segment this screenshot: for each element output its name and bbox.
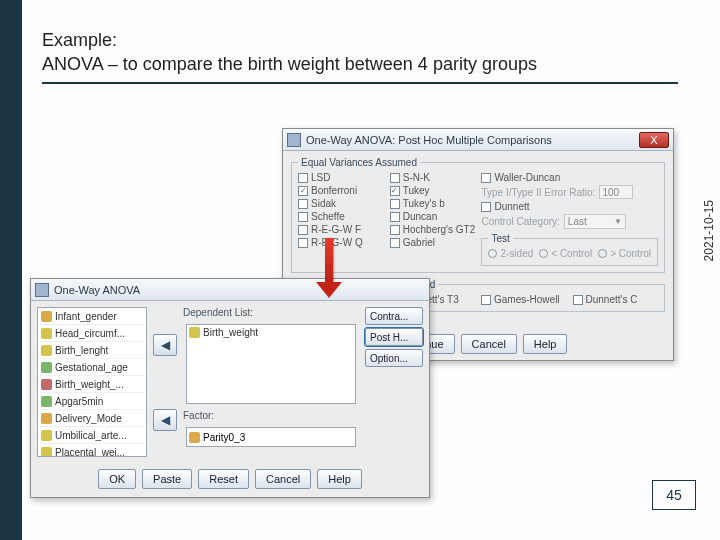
- checkbox-icon: [390, 173, 400, 183]
- cancel-button[interactable]: Cancel: [461, 334, 517, 354]
- radio-lt-control[interactable]: < Control: [539, 248, 592, 259]
- type-error-ratio: Type I/Type II Error Ratio:: [481, 185, 658, 199]
- nom-icon: [41, 413, 52, 424]
- dependent-label: Dependent List:: [183, 307, 253, 318]
- list-item[interactable]: Gestational_age: [38, 359, 146, 376]
- scale-icon: [41, 447, 52, 458]
- chk-dunnett[interactable]: Dunnett: [481, 201, 658, 212]
- chevron-down-icon: ▼: [614, 217, 622, 226]
- checkbox-icon: [298, 212, 308, 222]
- chk-bonferroni[interactable]: ✓Bonferroni: [298, 185, 384, 196]
- contrasts-button[interactable]: Contra...: [365, 307, 423, 325]
- scale-icon: [41, 430, 52, 441]
- list-item[interactable]: Birth_weight_...: [38, 376, 146, 393]
- chk-games-howell[interactable]: Games-Howell: [481, 294, 567, 305]
- anova-window-title: One-Way ANOVA: [54, 284, 140, 296]
- scale-icon: [41, 328, 52, 339]
- chk-scheffe[interactable]: Scheffe: [298, 211, 384, 222]
- title-underline: [42, 82, 678, 84]
- slide-date: 2021-10-15: [702, 200, 716, 261]
- checkbox-icon: ✓: [298, 186, 308, 196]
- list-item[interactable]: Birth_lenght: [38, 342, 146, 359]
- test-group: Test 2-sided < Control > Control: [481, 233, 658, 266]
- chk-tukey[interactable]: ✓Tukey: [390, 185, 476, 196]
- chk-duncan[interactable]: Duncan: [390, 211, 476, 222]
- title-line2: ANOVA – to compare the birth weight betw…: [42, 54, 537, 74]
- spss-icon: [287, 133, 301, 147]
- dependent-list[interactable]: Birth_weight: [186, 324, 356, 404]
- checkbox-icon: ✓: [390, 186, 400, 196]
- equal-variances-group: Equal Variances Assumed LSD✓BonferroniSi…: [291, 157, 665, 273]
- slide-number: 45: [652, 480, 696, 510]
- posthoc-titlebar[interactable]: One-Way ANOVA: Post Hoc Multiple Compari…: [283, 129, 673, 151]
- checkbox-icon: [298, 173, 308, 183]
- factor-label: Factor:: [183, 410, 214, 421]
- chk-hochberg-s-gt2[interactable]: Hochberg's GT2: [390, 224, 476, 235]
- ok-button[interactable]: OK: [98, 469, 136, 489]
- scale-icon: [41, 345, 52, 356]
- control-select[interactable]: Last▼: [564, 214, 626, 229]
- checkbox-icon: [390, 225, 400, 235]
- help-button[interactable]: Help: [523, 334, 568, 354]
- chk-lsd[interactable]: LSD: [298, 172, 384, 183]
- close-button[interactable]: X: [639, 132, 669, 148]
- radio-2sided[interactable]: 2-sided: [488, 248, 533, 259]
- checkbox-icon: [390, 199, 400, 209]
- move-to-dependent-button[interactable]: ◀: [153, 334, 177, 356]
- list-item[interactable]: Umbilical_arte...: [38, 427, 146, 444]
- anova-dialog: One-Way ANOVA Infant_genderHead_circumf.…: [30, 278, 430, 498]
- equal-variances-legend: Equal Variances Assumed: [298, 157, 420, 168]
- radio-gt-control[interactable]: > Control: [598, 248, 651, 259]
- cancel-button[interactable]: Cancel: [255, 469, 311, 489]
- scale-icon: [189, 327, 200, 338]
- reset-button[interactable]: Reset: [198, 469, 249, 489]
- title-line1: Example:: [42, 30, 117, 50]
- spss-icon: [35, 283, 49, 297]
- checkbox-icon: [573, 295, 583, 305]
- checkbox-icon: [298, 199, 308, 209]
- nom-icon: [41, 311, 52, 322]
- help-button[interactable]: Help: [317, 469, 362, 489]
- factor-field[interactable]: Parity0_3: [186, 427, 356, 447]
- options-button[interactable]: Option...: [365, 349, 423, 367]
- list-item[interactable]: Infant_gender: [38, 308, 146, 325]
- ratio-input[interactable]: [599, 185, 633, 199]
- chk-waller-duncan[interactable]: Waller-Duncan: [481, 172, 658, 183]
- checkbox-icon: [481, 295, 491, 305]
- posthoc-window-title: One-Way ANOVA: Post Hoc Multiple Compari…: [306, 134, 552, 146]
- move-to-factor-button[interactable]: ◀: [153, 409, 177, 431]
- posthoc-button[interactable]: Post H...: [365, 328, 423, 346]
- slide-title: Example: ANOVA – to compare the birth we…: [42, 28, 537, 77]
- slide-accent-bar: [0, 0, 22, 540]
- chk-sidak[interactable]: Sidak: [298, 198, 384, 209]
- list-item[interactable]: Delivery_Mode: [38, 410, 146, 427]
- list-item[interactable]: Head_circumf...: [38, 325, 146, 342]
- chk-s-n-k[interactable]: S-N-K: [390, 172, 476, 183]
- chk-r-e-g-w-f[interactable]: R-E-G-W F: [298, 224, 384, 235]
- list-item[interactable]: Placental_wei...: [38, 444, 146, 457]
- chk-tukey-s-b[interactable]: Tukey's b: [390, 198, 476, 209]
- ord-icon: [41, 396, 52, 407]
- list-item[interactable]: Apgar5min: [38, 393, 146, 410]
- anova-titlebar[interactable]: One-Way ANOVA: [31, 279, 429, 301]
- paste-button[interactable]: Paste: [142, 469, 192, 489]
- checkbox-icon: [298, 238, 308, 248]
- variable-list[interactable]: Infant_genderHead_circumf...Birth_lenght…: [37, 307, 147, 457]
- chk-gabriel[interactable]: Gabriel: [390, 237, 476, 248]
- ord-icon: [41, 362, 52, 373]
- bar-icon: [41, 379, 52, 390]
- control-category: Control Category: Last▼: [481, 214, 658, 229]
- checkbox-icon: [298, 225, 308, 235]
- chk-r-e-g-w-q[interactable]: R-E-G-W Q: [298, 237, 384, 248]
- chk-dunnett-s-c[interactable]: Dunnett's C: [573, 294, 659, 305]
- nominal-icon: [189, 432, 200, 443]
- checkbox-icon: [390, 212, 400, 222]
- checkbox-icon: [390, 238, 400, 248]
